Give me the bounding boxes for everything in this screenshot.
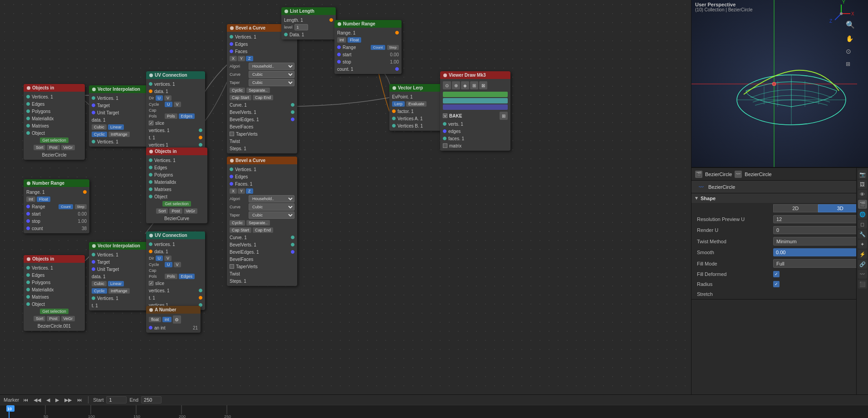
capstart-btn-bc1[interactable]: Cap Start bbox=[230, 95, 251, 100]
slice-check-1[interactable]: ✓ bbox=[149, 121, 153, 125]
props-data-icon[interactable]: 〰 bbox=[735, 171, 742, 178]
capstart-btn-bc2[interactable]: Cap Start bbox=[230, 227, 251, 233]
capend-btn-bc2[interactable]: Cap End bbox=[253, 227, 273, 233]
int-btn-nr2[interactable]: Int bbox=[26, 197, 35, 202]
capend-btn-bc1[interactable]: Cap End bbox=[253, 95, 273, 100]
2d-btn[interactable]: 2D bbox=[773, 204, 818, 212]
get-selection-btn-2[interactable]: Get selection bbox=[162, 201, 191, 207]
x-btn-bc1[interactable]: X bbox=[230, 56, 237, 61]
node-editor[interactable]: Objects in Vertices. 1 Edges Polygons M bbox=[0, 0, 691, 394]
tl-step-next-btn[interactable]: ▶▶ bbox=[63, 397, 73, 403]
cyclic-btn-vi2[interactable]: Cyclic bbox=[92, 288, 107, 294]
tab-modifier-icon[interactable]: 🔧 bbox=[858, 230, 867, 239]
curve-dropdown-bc1[interactable]: Cubic bbox=[249, 71, 294, 78]
sort-btn-3[interactable]: Sort bbox=[34, 316, 46, 321]
tab-world-icon[interactable]: 🌐 bbox=[858, 210, 867, 219]
u-cycle-btn-1[interactable]: U bbox=[165, 102, 172, 107]
twist-method-dropdown[interactable]: Minimum ▾ bbox=[773, 237, 863, 246]
tab-object-icon[interactable]: ◻ bbox=[858, 220, 867, 229]
edges-btn-1[interactable]: Edges bbox=[179, 113, 195, 119]
fill-deformed-checkbox[interactable]: ✓ bbox=[773, 271, 780, 277]
evaluate-btn[interactable]: Evaluate bbox=[406, 101, 427, 107]
tl-last-btn[interactable]: ⏭ bbox=[76, 397, 83, 403]
vd-icon-3[interactable]: ◈ bbox=[461, 81, 469, 89]
cyclic-btn-vi1[interactable]: Cyclic bbox=[92, 132, 107, 137]
node-a-number-header[interactable]: A Number bbox=[146, 306, 201, 314]
tab-view-icon[interactable]: 👁 bbox=[858, 190, 867, 199]
intrange-btn-vi1[interactable]: IntRange bbox=[108, 132, 130, 137]
cyclic-btn-bc2[interactable]: Cyclic bbox=[230, 220, 245, 226]
separate-btn-bc2[interactable]: Separate.. bbox=[246, 220, 270, 226]
an-icon[interactable]: ⚙ bbox=[173, 315, 181, 324]
matrix-check[interactable] bbox=[443, 143, 447, 148]
linear-btn-vi1[interactable]: Linear bbox=[108, 124, 124, 130]
node-viewer-draw-header[interactable]: Viewer Draw Mk3 bbox=[440, 71, 510, 79]
node-uv-connection-1-header[interactable]: UV Connection bbox=[146, 71, 205, 79]
node-number-range-1-header[interactable]: Number Range bbox=[334, 20, 402, 28]
taper-dropdown-bc1[interactable]: Cubic bbox=[249, 79, 294, 86]
vd-icon-5[interactable]: ⊠ bbox=[479, 81, 487, 89]
taperverts-check-bc2[interactable] bbox=[230, 264, 234, 269]
algori-dropdown-bc1[interactable]: Household.. bbox=[249, 63, 294, 70]
start-field[interactable] bbox=[106, 396, 127, 403]
node-list-length-header[interactable]: List Length bbox=[281, 7, 336, 15]
cyclic-btn-bc1[interactable]: Cyclic bbox=[230, 88, 245, 93]
int-btn-an[interactable]: int bbox=[162, 317, 172, 322]
tab-scene-icon[interactable]: 🎬 bbox=[858, 200, 867, 209]
tab-material-icon[interactable]: ⬛ bbox=[858, 280, 867, 289]
v-dir-btn-2[interactable]: V bbox=[164, 256, 172, 261]
tab-physics-icon[interactable]: ⚡ bbox=[858, 250, 867, 259]
vegr-btn-1[interactable]: VeGr bbox=[61, 145, 75, 150]
cubic-btn-vi2[interactable]: Cubic bbox=[92, 281, 107, 286]
node-vector-lerp-header[interactable]: Vector Lerp bbox=[389, 84, 448, 92]
v-cycle-btn-2[interactable]: V bbox=[174, 262, 181, 267]
count-btn-nr2[interactable]: Count bbox=[59, 204, 73, 209]
fill-mode-dropdown[interactable]: Full ▾ bbox=[773, 259, 863, 268]
tl-first-btn[interactable]: ⏮ bbox=[22, 397, 29, 403]
x-btn-bc2[interactable]: X bbox=[230, 188, 237, 194]
u-dir-btn-2[interactable]: U bbox=[156, 256, 163, 261]
lerp-btn[interactable]: Lerp bbox=[392, 101, 405, 107]
tab-output-icon[interactable]: 🖼 bbox=[858, 180, 867, 189]
node-objects-in-3-header[interactable]: Objects in bbox=[24, 255, 85, 263]
algori-dropdown-bc2[interactable]: Household.. bbox=[249, 195, 294, 202]
props-scene-icon[interactable]: 🎬 bbox=[695, 171, 702, 178]
node-objects-in-1-header[interactable]: Objects in bbox=[24, 84, 85, 92]
int-btn-nr1[interactable]: Int bbox=[337, 37, 346, 43]
render-u-value[interactable]: 0 bbox=[773, 226, 863, 234]
float-btn-nr2[interactable]: Float bbox=[37, 197, 50, 202]
taperverts-check-bc1[interactable] bbox=[230, 132, 234, 136]
edges-btn-2[interactable]: Edges bbox=[179, 274, 195, 279]
smooth-slider[interactable]: 0.00 bbox=[773, 248, 863, 256]
radius-checkbox[interactable]: ✓ bbox=[773, 281, 780, 287]
z-btn-bc1[interactable]: Z bbox=[246, 56, 253, 61]
tab-data-icon[interactable]: 〰 bbox=[858, 270, 867, 279]
vd-icon-2[interactable]: ⊕ bbox=[452, 81, 460, 89]
step-btn-nr1[interactable]: Step bbox=[387, 45, 399, 50]
level-input[interactable] bbox=[294, 24, 308, 30]
get-selection-btn-3[interactable]: Get selection bbox=[40, 309, 69, 314]
tab-constraints-icon[interactable]: 🔗 bbox=[858, 260, 867, 269]
res-preview-value[interactable]: 12 bbox=[773, 215, 863, 223]
vd-icon-1[interactable]: ⊙ bbox=[443, 81, 451, 89]
post-btn-2[interactable]: Post bbox=[169, 208, 182, 214]
sort-btn-2[interactable]: Sort bbox=[156, 208, 168, 214]
cubic-btn-vi1[interactable]: Cubic bbox=[92, 124, 107, 130]
float-btn-nr1[interactable]: Float bbox=[348, 37, 361, 43]
u-cycle-btn-2[interactable]: U bbox=[165, 262, 172, 267]
viewport-3d[interactable]: X Y Z 🔍 ✋ ⊙ ⊞ User Perspective (10) Coll… bbox=[691, 0, 868, 168]
taper-dropdown-bc2[interactable]: Cubic bbox=[249, 211, 294, 219]
node-bevel-curve-2-header[interactable]: Bevel a Curve bbox=[227, 157, 297, 164]
bake-check[interactable]: V bbox=[443, 113, 447, 118]
tab-render-icon[interactable]: 📷 bbox=[858, 170, 867, 179]
pols-btn-2[interactable]: Pols bbox=[165, 274, 177, 279]
intrange-btn-vi2[interactable]: IntRange bbox=[108, 288, 130, 294]
post-btn-1[interactable]: Post bbox=[47, 145, 59, 150]
end-field[interactable] bbox=[141, 396, 162, 403]
node-uv-connection-2-header[interactable]: UV Connection bbox=[146, 231, 205, 239]
y-btn-bc1[interactable]: Y bbox=[238, 56, 245, 61]
bake-icon[interactable]: ⊞ bbox=[500, 112, 508, 120]
slice-check-2[interactable]: ✓ bbox=[149, 281, 153, 285]
step-btn-nr2[interactable]: Step bbox=[75, 204, 87, 209]
node-number-range-2-header[interactable]: Number Range bbox=[24, 179, 89, 187]
